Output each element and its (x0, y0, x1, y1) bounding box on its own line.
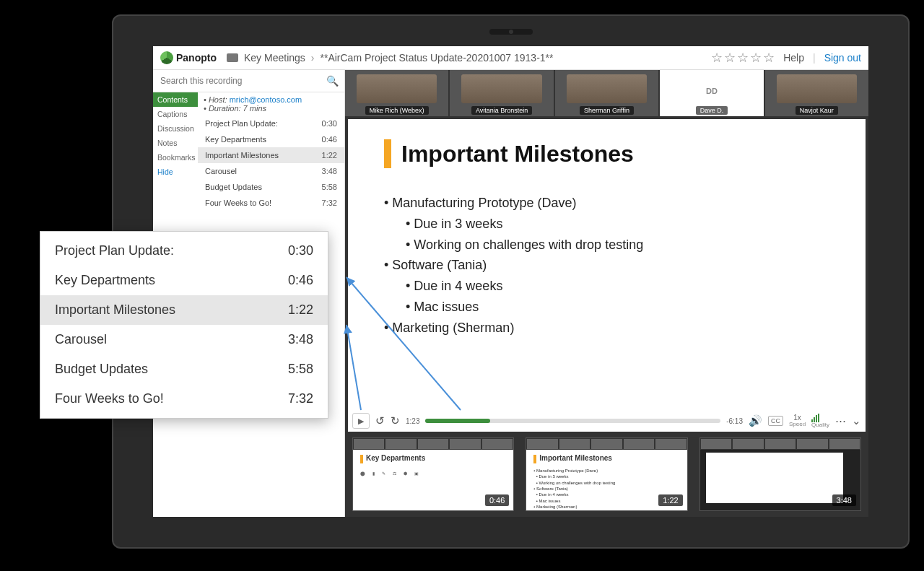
tab-bookmarks[interactable]: Bookmarks (153, 150, 198, 165)
rewind-10-icon[interactable]: ↺ (375, 414, 385, 427)
slide-title: Important Milestones (384, 139, 829, 168)
player-controls: ▶ ↺ ↻ 1:23 -6:13 🔊 CC 1xSpeed Quality ⋯ … (348, 410, 866, 432)
tab-captions[interactable]: Captions (153, 107, 198, 121)
recording-meta: • Host: mrich@contoso.com • Duration: 7 … (198, 92, 344, 115)
toc-item[interactable]: Carousel3:48 (198, 163, 344, 179)
cc-button[interactable]: CC (768, 416, 783, 426)
toc-item[interactable]: Important Milestones1:22 (198, 147, 344, 163)
timestamp: 1:22 (658, 494, 682, 506)
participant-tile[interactable]: Sherman Griffin (555, 70, 658, 116)
duration-label: Duration: 7 mins (209, 104, 266, 113)
toc-item[interactable]: Project Plan Update:0:30 (198, 115, 344, 131)
tab-notes[interactable]: Notes (153, 136, 198, 150)
progress-bar[interactable] (425, 419, 720, 423)
participant-name: Avitania Bronstein (471, 106, 532, 115)
brand-name: Panopto (176, 52, 217, 64)
rating-stars[interactable]: ☆ ☆ ☆ ☆ ☆ (711, 50, 775, 66)
search-box: 🔍 (153, 70, 344, 92)
toc-item[interactable]: Four Weeks to Go!7:32 (40, 384, 328, 414)
preview-thumb[interactable]: Key Departments ⬤▮✎⚖⬢▣ 0:46 (352, 437, 514, 511)
speed-control[interactable]: 1xSpeed (789, 414, 806, 427)
participant-name: Sherman Griffin (580, 106, 634, 115)
slide-content: Important Milestones Manufacturing Proto… (348, 119, 866, 410)
search-input[interactable] (153, 70, 344, 92)
remaining-time: -6:13 (726, 417, 743, 425)
toc-item[interactable]: Key Departments0:46 (198, 131, 344, 147)
participant-name: Navjot Kaur (796, 106, 838, 115)
forward-10-icon[interactable]: ↻ (391, 414, 400, 427)
avatar: DD (702, 81, 722, 101)
header-bar: Panopto Key Meetings › **AirCam Project … (153, 46, 868, 70)
star-icon[interactable]: ☆ (724, 50, 736, 66)
toc-item[interactable]: Key Departments0:46 (40, 266, 328, 295)
tab-contents[interactable]: Contents (153, 92, 198, 107)
volume-icon[interactable]: 🔊 (749, 414, 762, 427)
accent-bar (384, 139, 391, 168)
chevron-right-icon: › (311, 52, 315, 64)
help-link[interactable]: Help (783, 52, 804, 64)
host-link[interactable]: mrich@contoso.com (230, 95, 302, 104)
toc-item[interactable]: Four Weeks to Go!7:32 (198, 195, 344, 211)
current-time: 1:23 (406, 417, 419, 425)
star-icon[interactable]: ☆ (763, 50, 775, 66)
slide-body: Manufacturing Prototype (Dave) Due in 3 … (384, 193, 829, 339)
more-icon[interactable]: ⋯ (835, 414, 846, 427)
search-icon[interactable]: 🔍 (326, 75, 339, 87)
breadcrumb-title[interactable]: **AirCam Project Status Update-20201007 … (321, 52, 554, 64)
timestamp: 0:46 (485, 494, 509, 506)
host-label: Host: (209, 95, 227, 104)
preview-thumb[interactable]: 3:48 (699, 437, 861, 511)
participant-tile[interactable]: Mike Rich (Webex) (345, 70, 448, 116)
toc-item[interactable]: Budget Updates5:58 (40, 354, 328, 384)
table-of-contents: • Host: mrich@contoso.com • Duration: 7 … (198, 92, 344, 211)
star-icon[interactable]: ☆ (711, 50, 723, 66)
tab-hide[interactable]: Hide (153, 165, 198, 179)
participant-name: Mike Rich (Webex) (365, 106, 429, 115)
folder-icon (227, 53, 238, 62)
zoomed-toc-callout: Project Plan Update:0:30 Key Departments… (40, 231, 328, 419)
breadcrumb: Key Meetings › **AirCam Project Status U… (227, 52, 553, 64)
quality-control[interactable]: Quality (811, 414, 829, 428)
chevron-down-icon[interactable]: ⌄ (852, 414, 861, 427)
breadcrumb-folder[interactable]: Key Meetings (244, 52, 305, 64)
play-button[interactable]: ▶ (352, 413, 370, 429)
panopto-icon (160, 51, 173, 64)
tab-discussion[interactable]: Discussion (153, 121, 198, 136)
toc-item[interactable]: Project Plan Update:0:30 (40, 236, 328, 266)
toc-item[interactable]: Important Milestones1:22 (40, 295, 328, 325)
signout-link[interactable]: Sign out (824, 52, 861, 64)
app-logo[interactable]: Panopto (160, 51, 217, 64)
preview-thumb[interactable]: Important Milestones • Manufacturing Pro… (526, 437, 687, 511)
camera-notch (489, 29, 533, 35)
participant-tile[interactable]: DDDave D. (660, 70, 763, 116)
toc-item[interactable]: Carousel3:48 (40, 325, 328, 354)
participant-tile[interactable]: Navjot Kaur (765, 70, 868, 116)
star-icon[interactable]: ☆ (750, 50, 762, 66)
participant-name: Dave D. (696, 106, 728, 115)
main-panel: Mike Rich (Webex) Avitania Bronstein She… (345, 70, 868, 517)
preview-thumbnails: Key Departments ⬤▮✎⚖⬢▣ 0:46 Important Mi… (345, 432, 868, 517)
star-icon[interactable]: ☆ (737, 50, 749, 66)
sidebar-tabs: Contents Captions Discussion Notes Bookm… (153, 92, 198, 211)
participant-tile[interactable]: Avitania Bronstein (450, 70, 553, 116)
toc-item[interactable]: Budget Updates5:58 (198, 179, 344, 195)
timestamp: 3:48 (832, 494, 856, 506)
participants-row: Mike Rich (Webex) Avitania Bronstein She… (345, 70, 868, 116)
